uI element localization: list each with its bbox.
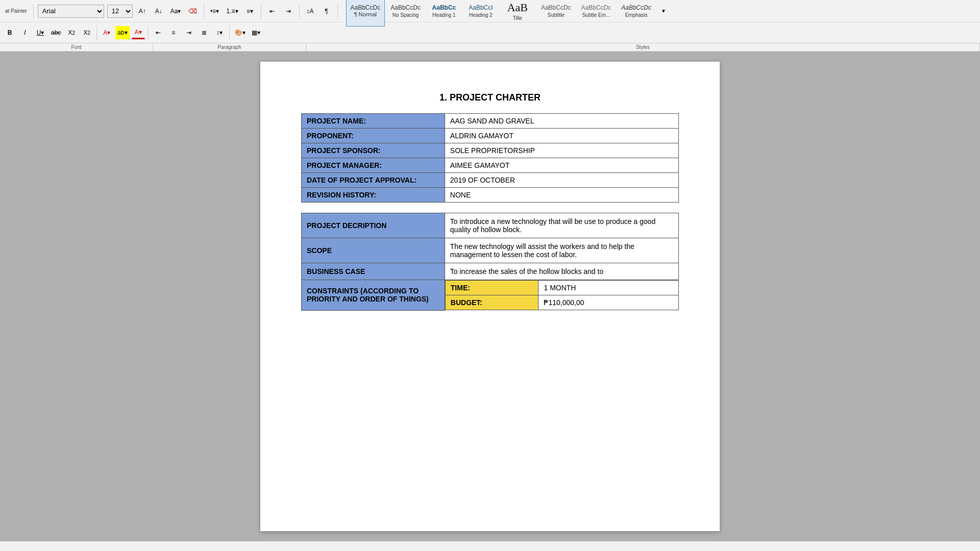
font-family-select[interactable]: Arial: [38, 5, 104, 18]
increase-indent-button[interactable]: ⇥: [282, 5, 295, 18]
project-detail-table: PROJECT DECRIPTION To introduce a new te…: [301, 213, 679, 311]
constraints-label: CONSTRAINTS (ACCORDING TO PRIORITY AND O…: [302, 280, 445, 311]
sep6: [96, 26, 97, 40]
style-subtitle-preview: AaBbCcDc: [541, 4, 571, 11]
style-subtitle[interactable]: AaBbCcDc Subtitle: [536, 0, 576, 27]
style-no-spacing[interactable]: AaBbCcDc No Spacing: [386, 0, 425, 27]
styles-area: AaBbCcDc ¶ Normal AaBbCcDc No Spacing Aa…: [346, 0, 670, 27]
sep1: [33, 4, 34, 18]
table-label-cell: PROPONENT:: [302, 129, 445, 143]
table-value-cell: The new technology will assist the worke…: [445, 238, 678, 263]
multilevel-list-button[interactable]: ≡▾: [243, 5, 257, 18]
shading-button[interactable]: 🎨▾: [233, 26, 248, 39]
table-row: PROJECT NAME: AAG SAND AND GRAVEL: [302, 114, 679, 129]
constraints-sub-table: TIME: 1 MONTH BUDGET: ₱110,000,00: [445, 280, 679, 310]
toolbar-row1: at Painter Arial 12 A↑ A↓ Aa▾ ⌫ •≡▾ 1.≡▾…: [0, 0, 980, 22]
table-value-cell: To increase the sales of the hollow bloc…: [445, 263, 678, 280]
table-row: PROPONENT: ALDRIN GAMAYOT: [302, 129, 679, 143]
constraint-sub-row: TIME: 1 MONTH: [445, 281, 678, 295]
style-normal[interactable]: AaBbCcDc ¶ Normal: [346, 0, 385, 27]
main-content: 1. PROJECT CHARTER PROJECT NAME: AAG SAN…: [0, 52, 980, 541]
style-emphasis-label: Emphasis: [625, 12, 648, 18]
change-case-button[interactable]: Aa▾: [168, 5, 183, 18]
decrease-indent-button[interactable]: ⇤: [265, 5, 279, 18]
strikethrough-button[interactable]: abc: [49, 26, 63, 39]
table-label-cell: PROJECT MANAGER:: [302, 158, 445, 173]
style-emphasis[interactable]: AaBbCcDc Emphasis: [617, 0, 656, 27]
constraint-sub-label: BUDGET:: [445, 295, 538, 310]
style-normal-sub: ¶ Normal: [354, 11, 377, 18]
table-row: PROJECT MANAGER: AIMEE GAMAYOT: [302, 158, 679, 173]
highlight-button[interactable]: ab▾: [115, 26, 129, 39]
table-row: BUSINESS CASE To increase the sales of t…: [302, 263, 679, 280]
superscript-button[interactable]: X2: [80, 26, 93, 39]
table-row: REVISION HISTORY: NONE: [302, 188, 679, 203]
styles-scroll-down[interactable]: ▼: [657, 5, 670, 18]
font-group-label: Font: [0, 43, 153, 51]
table-value-cell: SOLE PROPRIETORSHIP: [445, 143, 678, 158]
table-value-cell: 2019 OF OCTOBER: [445, 173, 678, 188]
sort-button[interactable]: ↕A: [304, 5, 317, 18]
style-subtitle-label: Subtitle: [548, 12, 565, 18]
styles-group-label: Styles: [306, 43, 980, 51]
table-value-cell: To introduce a new technology that will …: [445, 213, 678, 238]
subscript-button[interactable]: X2: [65, 26, 78, 39]
underline-button[interactable]: U▾: [34, 26, 47, 39]
table-label-cell: DATE OF PROJECT APPROVAL:: [302, 173, 445, 188]
format-painter-label: at Painter: [5, 8, 27, 14]
table-row: SCOPE The new technology will assist the…: [302, 238, 679, 263]
style-heading2-label: Heading 2: [469, 12, 493, 18]
sep8: [229, 26, 230, 40]
style-heading2[interactable]: AaBbCcI Heading 2: [463, 0, 499, 27]
line-spacing-button[interactable]: ↕▾: [213, 26, 226, 39]
italic-button[interactable]: I: [18, 26, 32, 39]
style-heading1[interactable]: AaBbCc Heading 1: [426, 0, 462, 27]
project-info-table: PROJECT NAME: AAG SAND AND GRAVEL PROPON…: [301, 113, 679, 203]
align-right-button[interactable]: ⇥: [182, 26, 195, 39]
clear-format-button[interactable]: ⌫: [186, 5, 200, 18]
constraints-sub-table-cell: TIME: 1 MONTH BUDGET: ₱110,000,00: [445, 280, 678, 311]
justify-button[interactable]: ≣: [198, 26, 211, 39]
paragraph-group-label: Paragraph: [153, 43, 306, 51]
style-subtle-em-preview: AaBbCcDc: [581, 4, 611, 11]
style-no-spacing-preview: AaBbCcDc: [390, 4, 421, 11]
numbered-list-button[interactable]: 1.≡▾: [225, 5, 240, 18]
table-value-cell: NONE: [445, 188, 678, 203]
text-color-button[interactable]: A▾: [132, 26, 145, 39]
constraint-value: ₱110,000,00: [538, 295, 678, 310]
document-page: 1. PROJECT CHARTER PROJECT NAME: AAG SAN…: [260, 62, 720, 531]
table-label-cell: BUSINESS CASE: [302, 263, 445, 280]
font-color-button[interactable]: A▾: [100, 26, 113, 39]
table-row: PROJECT SPONSOR: SOLE PROPRIETORSHIP: [302, 143, 679, 158]
table-label-cell: PROJECT NAME:: [302, 114, 445, 129]
borders-button[interactable]: ▦▾: [250, 26, 263, 39]
sep3: [261, 4, 261, 18]
show-marks-button[interactable]: ¶: [320, 5, 333, 18]
align-left-button[interactable]: ⇤: [152, 26, 165, 39]
align-center-button[interactable]: ≡: [167, 26, 180, 39]
table-row: PROJECT DECRIPTION To introduce a new te…: [302, 213, 679, 238]
style-title[interactable]: AaB Title: [500, 0, 535, 27]
sep4: [299, 4, 300, 18]
style-heading1-label: Heading 1: [432, 12, 456, 18]
sep7: [148, 26, 149, 40]
style-emphasis-preview: AaBbCcDc: [621, 4, 651, 11]
sep2: [204, 4, 204, 18]
style-no-spacing-label: No Spacing: [393, 12, 419, 18]
ribbon: at Painter Arial 12 A↑ A↓ Aa▾ ⌫ •≡▾ 1.≡▾…: [0, 0, 980, 52]
bold-button[interactable]: B: [3, 26, 16, 39]
table-value-cell: AAG SAND AND GRAVEL: [445, 114, 678, 129]
style-heading2-preview: AaBbCcI: [469, 4, 493, 11]
font-size-select[interactable]: 12: [107, 5, 133, 18]
ribbon-bottom-bar: Font Paragraph Styles: [0, 43, 980, 51]
style-normal-preview: AaBbCcDc: [351, 4, 381, 11]
style-title-preview: AaB: [507, 1, 528, 14]
font-grow-button[interactable]: A↑: [136, 5, 149, 18]
constraint-value: 1 MONTH: [538, 281, 678, 295]
format-painter[interactable]: at Painter: [3, 7, 29, 15]
font-shrink-button[interactable]: A↓: [152, 5, 165, 18]
bullet-list-button[interactable]: •≡▾: [208, 5, 222, 18]
constraints-row: CONSTRAINTS (ACCORDING TO PRIORITY AND O…: [302, 280, 679, 311]
style-subtle-em[interactable]: AaBbCcDc Subtle Em...: [577, 0, 616, 27]
style-title-label: Title: [513, 15, 523, 21]
